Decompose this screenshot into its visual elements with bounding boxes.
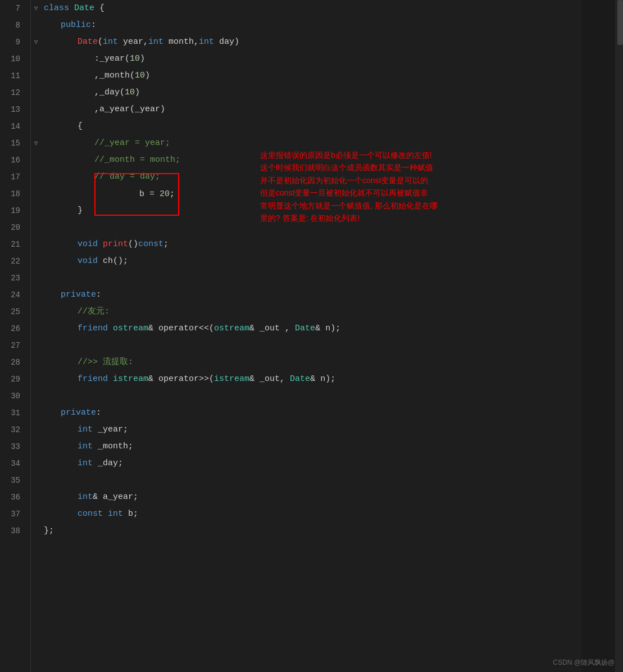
gutter: ▽ ▽ ▽ [31, 0, 41, 672]
line-num-26: 26 [0, 320, 25, 337]
code-line-20 [44, 219, 623, 236]
line-num-7: 7 [0, 0, 25, 17]
line-num-37: 37 [0, 506, 25, 523]
line-num-20: 20 [0, 219, 25, 236]
line-numbers: 7 8 9 10 11 12 13 14 15 16 17 18 19 20 2… [0, 0, 31, 672]
line-num-14: 14 [0, 118, 25, 135]
line-num-28: 28 [0, 354, 25, 371]
code-line-19: } [44, 202, 623, 219]
code-line-33: int _month; [44, 438, 623, 455]
code-line-9: Date(int year,int month,int day) [44, 34, 623, 51]
code-line-21: void print()const; [44, 236, 623, 253]
code-line-30 [44, 388, 623, 405]
code-line-12: ,_day(10) [44, 84, 623, 101]
code-line-10: :_year(10) [44, 51, 623, 67]
code-line-32: int _year; [44, 421, 623, 438]
code-line-24: private: [44, 287, 623, 303]
code-line-26: friend ostream& operator<<(ostream& _out… [44, 320, 623, 337]
line-num-16: 16 [0, 152, 25, 169]
line-num-27: 27 [0, 337, 25, 354]
line-num-31: 31 [0, 405, 25, 421]
line-num-33: 33 [0, 438, 25, 455]
code-line-28: //>> 流提取: [44, 354, 623, 371]
constructor-name: Date [78, 34, 98, 51]
line-num-29: 29 [0, 371, 25, 388]
fold-icon-15[interactable]: ▽ [31, 135, 41, 152]
line-num-11: 11 [0, 67, 25, 84]
fold-icon-9[interactable]: ▽ [31, 34, 41, 51]
line-num-13: 13 [0, 101, 25, 118]
line-num-30: 30 [0, 388, 25, 405]
line-num-38: 38 [0, 523, 25, 539]
line-num-8: 8 [0, 17, 25, 34]
scroll-thumb[interactable] [617, 0, 623, 45]
comment-stream-extract: //>> 流提取: [78, 354, 133, 371]
watermark: CSDN @随风飘扬@ [553, 658, 615, 668]
code-line-36: int& a_year; [44, 489, 623, 506]
keyword-class: class [44, 0, 69, 17]
line-num-17: 17 [0, 169, 25, 185]
code-line-23 [44, 270, 623, 287]
code-line-29: friend istream& operator>>(istream& _out… [44, 371, 623, 388]
line-num-25: 25 [0, 303, 25, 320]
line-num-18: 18 [0, 185, 25, 202]
code-area: class Date { public: Date(int year,int m… [41, 0, 623, 672]
line-num-10: 10 [0, 51, 25, 67]
minimap [581, 0, 615, 672]
line-num-19: 19 [0, 202, 25, 219]
line-num-34: 34 [0, 455, 25, 472]
keyword-public: public [61, 17, 91, 34]
line-num-21: 21 [0, 236, 25, 253]
code-line-18: b = 20; [44, 185, 623, 202]
code-line-11: ,_month(10) [44, 67, 623, 84]
code-line-37: const int b; [44, 506, 623, 523]
code-line-27 [44, 337, 623, 354]
code-line-16: //_month = month; [44, 152, 623, 169]
code-editor: 7 8 9 10 11 12 13 14 15 16 17 18 19 20 2… [0, 0, 623, 672]
scrollbar[interactable] [615, 0, 623, 672]
line-num-22: 22 [0, 253, 25, 270]
line-num-24: 24 [0, 287, 25, 303]
line-num-9: 9 [0, 34, 25, 51]
code-line-13: ,a_year(_year) [44, 101, 623, 118]
line-num-15: 15 [0, 135, 25, 152]
code-line-22: void ch(); [44, 253, 623, 270]
code-line-35 [44, 472, 623, 489]
code-line-38: }; [44, 523, 623, 539]
comment-friend-label: //友元: [78, 303, 110, 320]
code-line-8: public: [44, 17, 623, 34]
comment-month: //_month = month; [94, 152, 180, 169]
line-num-36: 36 [0, 489, 25, 506]
code-line-34: int _day; [44, 455, 623, 472]
line-num-32: 32 [0, 421, 25, 438]
comment-year: //_year = year; [94, 135, 170, 152]
code-line-15: //_year = year; [44, 135, 623, 152]
code-line-7: class Date { [44, 0, 623, 17]
line-num-35: 35 [0, 472, 25, 489]
class-name-date: Date [74, 0, 94, 17]
code-line-25: //友元: [44, 303, 623, 320]
code-line-31: private: [44, 405, 623, 421]
line-num-12: 12 [0, 84, 25, 101]
code-line-14: { [44, 118, 623, 135]
fold-icon-7[interactable]: ▽ [31, 0, 41, 17]
line-num-23: 23 [0, 270, 25, 287]
